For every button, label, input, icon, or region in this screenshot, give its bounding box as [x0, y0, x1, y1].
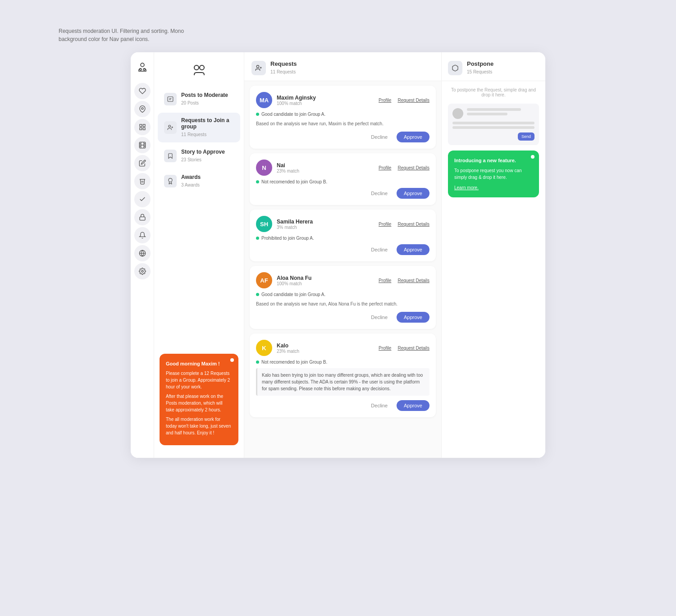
approve-button[interactable]: Approve — [397, 132, 429, 142]
svg-rect-3 — [140, 124, 142, 127]
decline-button[interactable]: Decline — [365, 188, 393, 199]
notification-card: Good morning Maxim ! Please complete a 1… — [160, 354, 238, 446]
status-dot — [256, 113, 259, 116]
globe-icon-btn[interactable] — [134, 245, 151, 261]
profile-link[interactable]: Profile — [379, 346, 391, 351]
film-icon-btn[interactable] — [134, 137, 151, 153]
decline-button[interactable]: Decline — [365, 400, 393, 411]
request-card-top: SH Samila Herera 3% match Profile Reques… — [256, 216, 429, 232]
svg-rect-21 — [168, 97, 173, 102]
svg-point-1 — [143, 68, 145, 70]
check-icon-btn[interactable] — [134, 191, 151, 207]
request-card: SH Samila Herera 3% match Profile Reques… — [250, 210, 436, 261]
settings-icon-btn[interactable] — [134, 263, 151, 279]
app-container: Posts to Moderate 20 Posts Requests to J… — [131, 52, 545, 458]
postpone-icon — [448, 61, 462, 75]
details-link[interactable]: Request Details — [397, 346, 429, 351]
status-dot — [256, 293, 259, 296]
svg-point-28 — [256, 65, 259, 68]
request-actions: Decline Approve — [256, 400, 429, 411]
requests-title: Requests — [270, 60, 297, 67]
profile-link[interactable]: Profile — [379, 98, 391, 103]
page-description: Requests moderation UI. Filtering and so… — [59, 27, 185, 43]
request-desc: Based on the analysis we have run, Maxim… — [256, 120, 429, 127]
request-name: Samila Herera — [277, 219, 313, 225]
postpone-count: 15 Requests — [467, 69, 492, 74]
svg-point-20 — [200, 65, 204, 70]
request-card-user: K Kalo 23% match — [256, 340, 299, 356]
nav-requests-label: Requests to Join a group — [181, 117, 234, 130]
postpone-title: Postpone — [467, 60, 493, 67]
nav-item-awards[interactable]: Awards 3 Awards — [158, 169, 240, 193]
requests-icon — [164, 121, 177, 134]
request-card: K Kalo 23% match Profile Request Details… — [250, 333, 436, 417]
request-card-top: N Nai 23% match Profile Request Details — [256, 160, 429, 176]
left-nav-panel: Posts to Moderate 20 Posts Requests to J… — [154, 52, 244, 458]
location-icon-btn[interactable] — [134, 101, 151, 117]
request-match: 3% match — [277, 225, 313, 230]
request-match: 23% match — [277, 169, 299, 173]
feature-card: Introducing a new feature. To postpone r… — [448, 151, 539, 197]
edit-icon-btn[interactable] — [134, 155, 151, 171]
details-link[interactable]: Request Details — [397, 165, 429, 170]
avatar: K — [256, 340, 272, 356]
request-card: AF Aloa Nona Fu 100% match Profile Reque… — [250, 266, 436, 329]
heart-icon-btn[interactable] — [134, 83, 151, 99]
requests-count: 11 Requests — [270, 69, 296, 74]
postpone-panel: Postpone 15 Requests To postpone the Req… — [442, 52, 545, 458]
request-card: MA Maxim Aginsky 100% match Profile Requ… — [250, 86, 436, 149]
decline-button[interactable]: Decline — [365, 132, 393, 142]
notification-line-2: After that please work on the Posts mode… — [166, 393, 232, 413]
request-actions: Decline Approve — [256, 188, 429, 199]
approve-button[interactable]: Approve — [397, 312, 429, 323]
awards-icon — [164, 175, 177, 187]
request-card-user: N Nai 23% match — [256, 160, 299, 176]
svg-point-27 — [169, 178, 172, 182]
profile-link[interactable]: Profile — [379, 222, 391, 227]
requests-header-icon — [251, 61, 266, 75]
request-name: Nai — [277, 162, 299, 169]
request-status: Prohibited to join Group A. — [256, 236, 429, 241]
svg-rect-6 — [143, 128, 145, 130]
request-match: 100% match — [277, 101, 316, 106]
nav-awards-label: Awards — [181, 174, 201, 180]
request-card: N Nai 23% match Profile Request Details … — [250, 153, 436, 205]
trash-icon-btn[interactable] — [134, 173, 151, 189]
approve-button[interactable]: Approve — [397, 188, 429, 199]
decline-button[interactable]: Decline — [365, 244, 393, 255]
grid-icon-btn[interactable] — [134, 119, 151, 135]
profile-link[interactable]: Profile — [379, 165, 391, 170]
svg-point-18 — [142, 270, 143, 272]
details-link[interactable]: Request Details — [397, 222, 429, 227]
request-card-top: MA Maxim Aginsky 100% match Profile Requ… — [256, 92, 429, 108]
nav-item-requests[interactable]: Requests to Join a group 11 Requests — [158, 113, 240, 142]
request-card-user: MA Maxim Aginsky 100% match — [256, 92, 316, 108]
svg-point-19 — [194, 65, 199, 70]
request-actions: Decline Approve — [256, 244, 429, 255]
nav-story-count: 23 Stories — [181, 157, 201, 162]
request-status: Not recomended to join Group B. — [256, 179, 429, 184]
preview-btn: Send — [518, 132, 534, 141]
request-name: Maxim Aginsky — [277, 95, 316, 101]
feature-link[interactable]: Learn more. — [454, 185, 479, 190]
nav-item-posts[interactable]: Posts to Moderate 20 Posts — [158, 87, 240, 111]
decline-button[interactable]: Decline — [365, 312, 393, 323]
bell-icon-btn[interactable] — [134, 227, 151, 243]
details-link[interactable]: Request Details — [397, 278, 429, 283]
approve-button[interactable]: Approve — [397, 400, 429, 411]
profile-link[interactable]: Profile — [379, 278, 391, 283]
status-dot — [256, 360, 259, 364]
sidebar-icons — [131, 52, 154, 458]
request-status: Not recomended to join Group B. — [256, 360, 429, 365]
approve-button[interactable]: Approve — [397, 244, 429, 255]
request-card-top: AF Aloa Nona Fu 100% match Profile Reque… — [256, 272, 429, 288]
nav-item-story[interactable]: Story to Approve 23 Stories — [158, 144, 240, 168]
svg-rect-5 — [140, 128, 142, 130]
requests-header: Requests 11 Requests — [244, 52, 441, 81]
feature-dot — [531, 155, 534, 159]
details-link[interactable]: Request Details — [397, 98, 429, 103]
lock-icon-btn[interactable] — [134, 209, 151, 225]
svg-point-0 — [140, 68, 142, 70]
avatar: MA — [256, 92, 272, 108]
request-cards-container: MA Maxim Aginsky 100% match Profile Requ… — [244, 86, 441, 417]
